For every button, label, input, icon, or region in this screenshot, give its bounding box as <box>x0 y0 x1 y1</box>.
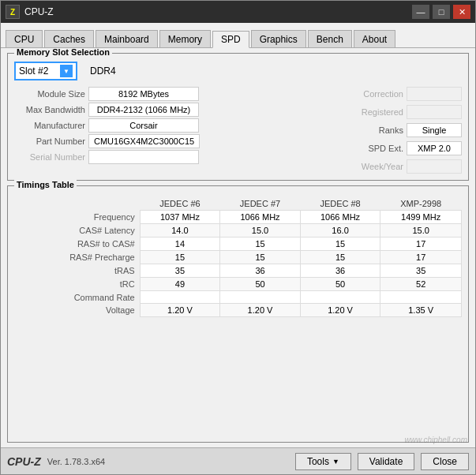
col-jedec6-header: JEDEC #6 <box>140 197 220 211</box>
timings-cell-4-3: 35 <box>380 264 462 278</box>
spd-info-right: Correction Registered Ranks Single SPD E… <box>235 84 463 174</box>
slot-dropdown-arrow-icon[interactable]: ▼ <box>60 65 73 77</box>
timings-row-1: CAS# Latency14.015.016.015.0 <box>14 224 462 238</box>
ranks-value: Single <box>407 123 462 137</box>
timings-cell-5-1: 50 <box>220 278 301 291</box>
timings-row-2: RAS# to CAS#14151517 <box>14 238 462 251</box>
part-number-row: Part Number CMU16GX4M2C3000C15 <box>14 134 235 148</box>
timings-cell-4-1: 36 <box>220 264 301 278</box>
module-size-value: 8192 MBytes <box>88 87 199 101</box>
bottom-bar: CPU-Z Ver. 1.78.3.x64 Tools ▼ Validate C… <box>1 447 475 474</box>
week-year-label: Week/Year <box>356 162 403 171</box>
timings-cell-0-1: 1066 MHz <box>220 211 301 224</box>
close-window-button[interactable]: ✕ <box>453 5 470 19</box>
module-size-row: Module Size 8192 MBytes <box>14 87 235 101</box>
timings-table: JEDEC #6 JEDEC #7 JEDEC #8 XMP-2998 Freq… <box>14 197 462 317</box>
tab-spd[interactable]: SPD <box>212 31 249 48</box>
ranks-row: Ranks Single <box>242 123 463 137</box>
week-year-value <box>407 159 462 174</box>
timings-row-0: Frequency1037 MHz1066 MHz1066 MHz1499 MH… <box>14 211 462 224</box>
timings-cell-5-0: 49 <box>140 278 220 291</box>
timings-cell-5-3: 52 <box>380 278 462 291</box>
timings-cell-3-0: 15 <box>140 251 220 264</box>
correction-label: Correction <box>356 89 403 99</box>
timings-row-4: tRAS35363635 <box>14 264 462 278</box>
timings-row-label-7: Voltage <box>14 304 140 317</box>
spd-ext-value: XMP 2.0 <box>407 141 462 155</box>
col-jedec7-header: JEDEC #7 <box>220 197 301 211</box>
timings-cell-1-1: 15.0 <box>220 224 301 238</box>
app-icon: Z <box>6 5 20 19</box>
spd-ext-row: SPD Ext. XMP 2.0 <box>242 141 463 155</box>
timings-row-6: Command Rate <box>14 291 462 304</box>
tab-graphics[interactable]: Graphics <box>251 30 306 47</box>
timings-cell-2-2: 15 <box>300 238 380 251</box>
timings-cell-3-1: 15 <box>220 251 301 264</box>
tab-memory[interactable]: Memory <box>159 30 211 47</box>
timings-row-7: Voltage1.20 V1.20 V1.20 V1.35 V <box>14 304 462 317</box>
timings-row-label-0: Frequency <box>14 211 140 224</box>
window-title: CPU-Z <box>24 6 412 17</box>
registered-row: Registered <box>242 105 463 119</box>
tab-mainboard[interactable]: Mainboard <box>96 30 158 47</box>
timings-group: Timings Table JEDEC #6 JEDEC #7 JEDEC #8… <box>7 185 469 443</box>
cpu-z-logo: CPU-Z <box>7 455 41 468</box>
ddr-type-label: DDR4 <box>90 65 116 77</box>
timings-row-label-5: tRC <box>14 278 140 291</box>
timings-cell-3-2: 15 <box>300 251 380 264</box>
close-button[interactable]: Close <box>421 453 469 470</box>
serial-number-label: Serial Number <box>14 152 85 162</box>
timings-row-3: RAS# Precharge15151517 <box>14 251 462 264</box>
timings-cell-2-0: 14 <box>140 238 220 251</box>
tools-button[interactable]: Tools ▼ <box>295 453 351 470</box>
registered-label: Registered <box>356 107 403 117</box>
slot-selected-value: Slot #2 <box>19 65 60 77</box>
tab-caches[interactable]: Caches <box>44 30 94 47</box>
timings-cell-4-0: 35 <box>140 264 220 278</box>
max-bandwidth-value: DDR4-2132 (1066 MHz) <box>88 103 199 117</box>
correction-value <box>407 87 462 101</box>
slot-selection-row: Slot #2 ▼ DDR4 <box>14 62 462 80</box>
timings-cell-7-1: 1.20 V <box>220 304 301 317</box>
timings-cell-0-3: 1499 MHz <box>380 211 462 224</box>
timings-cell-6-3 <box>380 291 462 304</box>
col-jedec8-header: JEDEC #8 <box>300 197 380 211</box>
part-number-value: CMU16GX4M2C3000C15 <box>88 134 200 148</box>
timings-cell-4-2: 36 <box>300 264 380 278</box>
main-content: Memory Slot Selection Slot #2 ▼ DDR4 Mod… <box>1 48 475 447</box>
timings-cell-2-3: 17 <box>380 238 462 251</box>
max-bandwidth-label: Max Bandwidth <box>14 105 85 114</box>
timings-cell-0-2: 1066 MHz <box>300 211 380 224</box>
manufacturer-label: Manufacturer <box>14 121 85 130</box>
timings-title: Timings Table <box>14 180 77 189</box>
slot-selector[interactable]: Slot #2 ▼ <box>14 62 77 80</box>
timings-cell-7-2: 1.20 V <box>300 304 380 317</box>
title-bar-buttons: — □ ✕ <box>412 5 470 19</box>
timings-cell-6-1 <box>220 291 301 304</box>
tabs-bar: CPU Caches Mainboard Memory SPD Graphics… <box>1 23 475 48</box>
timings-cell-7-0: 1.20 V <box>140 304 220 317</box>
timings-row-label-3: RAS# Precharge <box>14 251 140 264</box>
tab-about[interactable]: About <box>354 30 395 47</box>
serial-number-row: Serial Number <box>14 150 235 164</box>
col-xmp-header: XMP-2998 <box>380 197 462 211</box>
timings-cell-6-2 <box>300 291 380 304</box>
main-window: Z CPU-Z — □ ✕ CPU Caches Mainboard Memor… <box>0 0 476 475</box>
part-number-label: Part Number <box>14 137 85 146</box>
timings-row-5: tRC49505052 <box>14 278 462 291</box>
spd-info-container: Module Size 8192 MBytes Max Bandwidth DD… <box>14 84 462 174</box>
tab-bench[interactable]: Bench <box>308 30 352 47</box>
timings-cell-0-0: 1037 MHz <box>140 211 220 224</box>
timings-row-label-6: Command Rate <box>14 291 140 304</box>
timings-cell-6-0 <box>140 291 220 304</box>
watermark-text: www.chiphell.com <box>405 436 467 444</box>
minimize-button[interactable]: — <box>412 5 429 19</box>
title-bar: Z CPU-Z — □ ✕ <box>1 1 475 23</box>
maximize-button[interactable]: □ <box>433 5 450 19</box>
validate-button[interactable]: Validate <box>358 453 414 470</box>
close-label: Close <box>433 456 457 467</box>
validate-label: Validate <box>369 456 403 467</box>
spd-ext-label: SPD Ext. <box>356 144 403 153</box>
tools-label: Tools <box>307 456 329 467</box>
tab-cpu[interactable]: CPU <box>6 30 43 47</box>
